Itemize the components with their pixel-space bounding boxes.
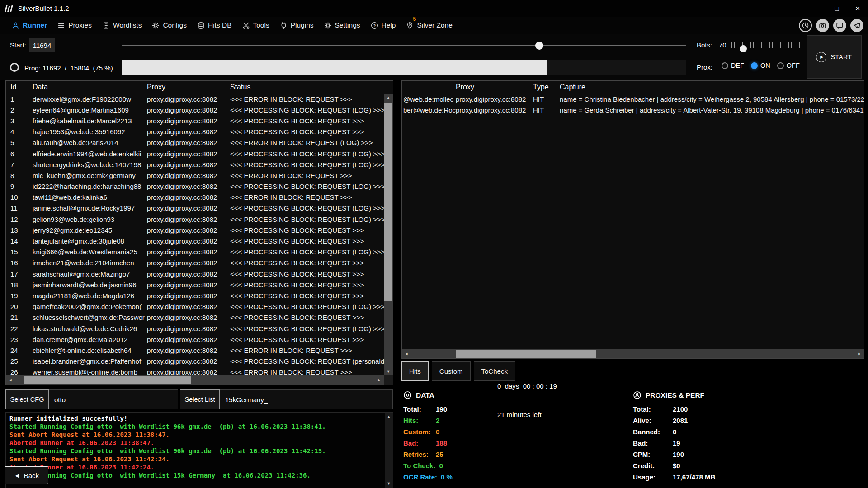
start-position-slider[interactable]	[122, 45, 686, 46]
prox-off-radio[interactable]: OFF	[777, 62, 800, 69]
runner-row[interactable]: 14 tantejulante@gmx.de:30jule08 proxy.di…	[6, 235, 384, 246]
runner-row[interactable]: 9 id2222@harlaching.de:harlaching88 prox…	[6, 181, 384, 192]
runner-row[interactable]: 10 tawl11@web.de:kalinka6 proxy.digiprox…	[6, 192, 384, 203]
screenshot-camera-icon[interactable]	[816, 19, 829, 32]
prox-on-radio[interactable]: ON	[751, 62, 770, 69]
runner-row[interactable]: 16 irmchen21@web.de:2104irmchen proxy.di…	[6, 258, 384, 268]
menu-item-wordlists[interactable]: Wordlists	[102, 21, 142, 29]
app-logo-icon	[5, 5, 13, 12]
cell-data: cbiehler@t-online.de:elisabeth64	[33, 347, 147, 354]
cell-proxy: proxy.digiproxy.cc:8082	[147, 281, 230, 289]
menu-item-hitsdb[interactable]: Hits DB	[197, 21, 232, 29]
close-icon[interactable]: ×	[847, 0, 868, 17]
runner-row[interactable]: 20 gamefreak2002@gmx.de:Pokemon( proxy.d…	[6, 301, 384, 312]
column-header-proxy[interactable]: Proxy	[147, 83, 230, 91]
hits-horizontal-scrollbar[interactable]	[402, 349, 864, 358]
back-button[interactable]: ◄ Back	[5, 466, 48, 484]
scrollbar-thumb[interactable]	[456, 350, 596, 358]
scroll-left-icon[interactable]: ◄	[6, 375, 15, 385]
runner-row[interactable]: 7 shotenergydrinks@web.de:1407198 proxy.…	[6, 159, 384, 170]
column-header-status[interactable]: Status	[230, 83, 393, 91]
runner-row[interactable]: 3 friehe@kabelmail.de:Marcel2213 proxy.d…	[6, 115, 384, 126]
minimize-icon[interactable]: ─	[806, 0, 826, 17]
scroll-right-icon[interactable]: ►	[375, 375, 384, 385]
scroll-down-icon[interactable]: ▼	[384, 367, 393, 375]
history-icon[interactable]	[799, 19, 812, 32]
cell-id: 16	[6, 259, 33, 267]
runner-row[interactable]: 11 janine.schall@gmx.de:Rocky1997 proxy.…	[6, 203, 384, 214]
runner-row[interactable]: 4 hajue1953@web.de:35916092 proxy.digipr…	[6, 127, 384, 137]
menu-item-help[interactable]: ? Help	[371, 21, 396, 29]
window-controls: ─ □ ×	[806, 0, 868, 17]
scroll-down-icon[interactable]: ▼	[385, 479, 393, 488]
scrollbar-thumb[interactable]	[384, 103, 392, 301]
tab-hits[interactable]: Hits	[401, 361, 429, 381]
start-position-field[interactable]: 11694	[29, 38, 55, 52]
runner-row[interactable]: 25 isabel.brandner@gmx.de:Pfaffenhof pro…	[6, 356, 384, 367]
menu-item-configs[interactable]: Configs	[152, 21, 187, 29]
runner-row[interactable]: 23 dan.cremer@gmx.de:Mala2012 proxy.digi…	[6, 334, 384, 345]
runner-row[interactable]: 6 elfriede.erwin1994@web.de:enkelkii pro…	[6, 148, 384, 159]
wordlist-name-input[interactable]	[220, 389, 393, 409]
menu-item-proxies[interactable]: Proxies	[57, 21, 92, 29]
cell-id: 9	[6, 183, 33, 190]
cell-data: irmchen21@web.de:2104irmchen	[33, 259, 147, 267]
scroll-right-icon[interactable]: ►	[855, 349, 864, 358]
scroll-up-icon[interactable]: ▲	[384, 94, 393, 102]
stat-row: Banned: 0	[633, 426, 814, 437]
menu-item-runner[interactable]: Runner	[12, 21, 47, 29]
runner-horizontal-scrollbar[interactable]	[6, 375, 384, 385]
cell-status: <<< PROCESSING BLOCK: REQUEST >>>	[230, 281, 384, 289]
menu-item-silver-zone[interactable]: 5 Silver Zone	[406, 21, 452, 29]
column-header-data[interactable]: Data	[33, 83, 147, 91]
prox-def-radio[interactable]: DEF	[722, 62, 744, 69]
runner-row[interactable]: 2 eyleen64@gmx.de:Martina1609 proxy.digi…	[6, 104, 384, 115]
column-header-capture[interactable]: Capture	[560, 83, 864, 91]
runner-row[interactable]: 1 derwixxel@gmx.de:F19022000w proxy.digi…	[6, 94, 384, 104]
runner-row[interactable]: 12 gelion93@web.de:gelion93 proxy.digipr…	[6, 214, 384, 225]
column-header-type[interactable]: Type	[533, 83, 560, 91]
column-header-proxy[interactable]: Proxy	[456, 83, 533, 91]
menu-item-tools[interactable]: Tools	[242, 21, 269, 29]
telegram-icon[interactable]	[850, 19, 863, 32]
runner-vertical-scrollbar[interactable]	[384, 94, 393, 375]
runner-row[interactable]: 5 alu.rauh@web.de:Paris2014 proxy.digipr…	[6, 137, 384, 148]
log-lines: Runner initialized succesfully! Started …	[9, 414, 383, 488]
runner-row[interactable]: 19 magda21181@web.de:Magda126 proxy.digi…	[6, 290, 384, 301]
scroll-left-icon[interactable]: ◄	[402, 349, 411, 358]
runner-row[interactable]: 17 sarahschauf@gmx.de:Mazingo7 proxy.dig…	[6, 268, 384, 279]
bots-slider-thumb[interactable]	[740, 45, 747, 52]
runner-row[interactable]: 15 knigi666@web.de:Wrestlemania25 proxy.…	[6, 247, 384, 258]
stat-label: Banned:	[633, 428, 669, 436]
runner-row[interactable]: 18 jasminharwardt@web.de:jasmin96 proxy.…	[6, 279, 384, 290]
runner-row[interactable]: 26 werner.susembl@t-online.de:bomb proxy…	[6, 367, 384, 375]
scrollbar-thumb[interactable]	[24, 376, 191, 384]
slider-thumb[interactable]	[535, 42, 543, 50]
stat-label: Bad:	[403, 439, 432, 447]
config-name-input[interactable]	[49, 389, 178, 409]
runner-row[interactable]: 22 lukas.strohwald@web.de:Cedrik26 proxy…	[6, 323, 384, 334]
start-button[interactable]: ▶ START	[807, 35, 862, 79]
hit-row[interactable]: @web.de:mollec proxy.digiproxy.cc:8082 H…	[402, 94, 864, 104]
tab-custom[interactable]: Custom	[432, 361, 471, 381]
stat-value: 25	[436, 450, 443, 458]
runner-row[interactable]: 24 cbiehler@t-online.de:elisabeth64 prox…	[6, 345, 384, 356]
maximize-icon[interactable]: □	[826, 0, 847, 17]
log-scrollbar[interactable]: ▲ ▼	[385, 413, 393, 488]
select-list-button[interactable]: Select List	[180, 389, 220, 409]
runner-row[interactable]: 8 mic_kuehn@gmx.de:mk4germany proxy.digi…	[6, 170, 384, 181]
menu-item-settings[interactable]: Settings	[324, 21, 360, 29]
runner-row[interactable]: 13 jerry92@gmx.de:leo12345 proxy.digipro…	[6, 225, 384, 235]
bots-slider[interactable]	[731, 42, 800, 48]
scroll-up-icon[interactable]: ▲	[385, 413, 393, 421]
bots-label: Bots:	[697, 41, 712, 49]
column-header-id[interactable]: Id	[6, 83, 33, 91]
stat-row: Bad: 188	[403, 437, 566, 449]
hit-row[interactable]: ber@web.de:Roc proxy.digiproxy.cc:8082 H…	[402, 104, 864, 115]
select-cfg-button[interactable]: Select CFG	[5, 389, 49, 409]
chat-icon[interactable]	[833, 19, 846, 32]
menu-item-plugins[interactable]: Plugins	[280, 21, 314, 29]
stat-label: Alive:	[633, 417, 669, 424]
stat-row: Usage: 17,67/478 MB	[633, 471, 814, 483]
runner-row[interactable]: 21 schluesselschwert@gmx.de:Passwor prox…	[6, 312, 384, 323]
